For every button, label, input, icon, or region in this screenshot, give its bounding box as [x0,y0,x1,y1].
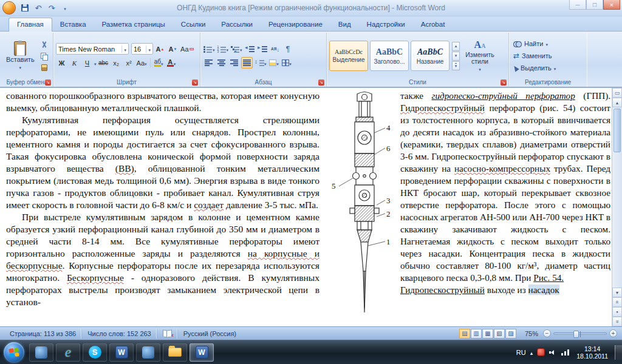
outline-view-button[interactable] [494,329,505,339]
clock[interactable]: 13:14 18.10.2011 [574,345,610,360]
next-page-button[interactable] [612,317,622,326]
zoom-in-button[interactable]: + [609,329,617,337]
ribbon-tab-5[interactable]: Рецензирование [261,18,330,31]
styles-gallery-expand-button[interactable] [452,61,460,70]
superscript-button[interactable]: x² [123,57,135,69]
font-color-button[interactable]: А [166,57,177,69]
fullscreen-view-button[interactable] [471,329,482,339]
save-button[interactable] [19,2,31,14]
undo-button[interactable] [32,2,44,14]
justify-button[interactable] [241,57,253,69]
borders-button[interactable] [281,57,293,69]
shrink-font-button[interactable]: А▼ [167,43,179,55]
strikethrough-button[interactable]: abc [98,57,109,69]
find-button[interactable]: Найти [511,38,584,50]
ribbon-tab-2[interactable]: Разметка страницы [94,18,173,31]
select-browse-object-button[interactable] [612,307,622,317]
zoom-slider[interactable] [553,332,607,335]
numbering-button[interactable] [217,43,230,55]
volume-icon[interactable] [549,349,557,356]
spellcheck-status[interactable] [158,329,177,339]
multilevel-list-button[interactable] [230,43,243,55]
italic-button[interactable]: К [69,57,80,69]
ribbon-tab-6[interactable]: Вид [330,18,359,31]
styles-dialog-launcher[interactable] [501,79,507,86]
ribbon-tab-4[interactable]: Рассылки [213,18,261,31]
zoom-level[interactable]: 75% [522,330,541,337]
antivirus-tray-icon[interactable] [537,348,545,356]
zoom-out-button[interactable]: − [543,329,551,337]
language-indicator[interactable]: Русский (Россия) [179,329,241,339]
paragraph-dialog-launcher[interactable] [318,79,324,86]
draft-view-button[interactable] [505,329,516,339]
page-indicator[interactable]: Страница: 113 из 386 [5,329,81,339]
font-size-select[interactable]: 16 [131,43,153,55]
taskbar-app2-button[interactable] [136,343,160,362]
ribbon-tab-8[interactable]: Acrobat [413,18,453,31]
taskbar-word-active-button[interactable] [190,343,214,362]
align-center-button[interactable] [216,57,227,69]
minimize-button[interactable] [569,0,586,10]
paste-dropdown-arrow[interactable] [19,63,22,70]
show-desktop-button[interactable] [615,345,622,360]
taskbar-skype-button[interactable] [83,343,107,362]
maximize-button[interactable] [586,0,603,10]
ribbon-tab-7[interactable]: Надстройки [359,18,413,31]
styles-scroll-down-button[interactable] [452,52,460,61]
ribbon-tab-3[interactable]: Ссылки [173,18,214,31]
font-dialog-launcher[interactable] [192,79,198,86]
word-count[interactable]: Число слов: 152 263 [83,329,157,339]
underline-button[interactable]: Ч [81,57,93,69]
align-left-button[interactable] [203,57,214,69]
document-area[interactable]: сованного порошкообразного взрывчатого в… [0,87,622,326]
scrollbar-thumb[interactable] [613,109,621,152]
vertical-scrollbar[interactable] [612,88,622,326]
scrollbar-track[interactable] [612,153,622,288]
change-case-button[interactable]: Аа [136,57,148,69]
print-layout-view-button[interactable] [459,329,470,339]
style-item-title[interactable]: AaBbC Название [411,41,449,71]
network-icon[interactable] [561,349,570,356]
styles-scroll-up-button[interactable] [452,42,460,51]
hidden-icons-button[interactable] [530,349,533,356]
subscript-button[interactable]: x₂ [111,57,122,69]
highlight-color-button[interactable]: аб [153,57,165,69]
ribbon-tab-0[interactable]: Главная [9,18,52,32]
font-family-select[interactable]: Times New Roman [56,43,129,55]
taskbar-word-button[interactable] [109,343,134,362]
sort-button[interactable]: АЯ [270,43,281,55]
ruler-toggle-button[interactable] [612,88,622,98]
previous-page-button[interactable] [612,297,622,307]
style-item-heading[interactable]: AaBbC Заголово... [370,41,409,71]
paste-button[interactable]: Вставить [4,40,37,72]
taskbar-app-button[interactable] [29,343,53,362]
redo-button[interactable] [46,2,58,14]
grow-font-button[interactable]: А▲ [154,43,166,55]
decrease-indent-button[interactable] [244,43,256,55]
office-button[interactable] [2,1,16,15]
zoom-slider-thumb[interactable] [573,331,579,338]
change-styles-button[interactable]: А Изменить стили [462,39,497,73]
align-right-button[interactable] [228,57,240,69]
shading-button[interactable] [268,57,280,69]
scroll-down-button[interactable] [612,288,622,297]
language-button[interactable]: RU [516,349,526,356]
clear-formatting-button[interactable]: Аа [180,43,194,55]
copy-button[interactable] [39,51,50,61]
replace-button[interactable]: Заменить [511,50,584,62]
clipboard-dialog-launcher[interactable] [45,79,51,86]
format-painter-button[interactable] [39,62,50,73]
style-item-highlight[interactable]: AaBbCcDc Выделение [329,41,368,71]
close-button[interactable] [603,0,620,10]
show-formatting-marks-button[interactable]: ¶ [282,43,294,55]
scroll-up-button[interactable] [612,98,622,107]
taskbar-ie-button[interactable] [56,343,80,362]
ribbon-tab-1[interactable]: Вставка [52,18,94,31]
cut-button[interactable] [39,39,50,50]
web-layout-view-button[interactable] [482,329,493,339]
underline-dropdown-arrow[interactable] [94,59,97,67]
bullets-button[interactable] [203,43,216,55]
start-button[interactable] [4,342,24,363]
qat-customize-button[interactable] [59,2,71,14]
line-spacing-button[interactable] [254,57,267,69]
